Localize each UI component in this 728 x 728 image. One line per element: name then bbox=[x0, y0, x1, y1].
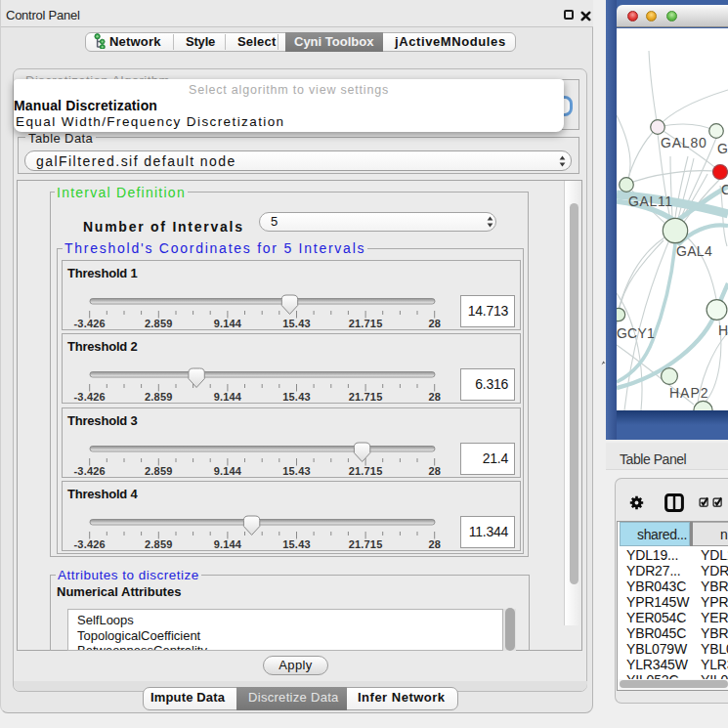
svg-text:GCY1: GCY1 bbox=[617, 325, 655, 341]
svg-text:21.715: 21.715 bbox=[349, 464, 383, 476]
svg-text:C: C bbox=[721, 182, 728, 197]
svg-text:-3.426: -3.426 bbox=[74, 391, 106, 403]
svg-text:GAL80: GAL80 bbox=[661, 135, 707, 150]
svg-text:15.43: 15.43 bbox=[282, 464, 311, 476]
svg-text:28: 28 bbox=[428, 391, 441, 403]
svg-text:21.715: 21.715 bbox=[349, 391, 383, 403]
svg-text:9.144: 9.144 bbox=[214, 464, 242, 476]
svg-text:9.144: 9.144 bbox=[214, 317, 242, 328]
svg-text:-3.426: -3.426 bbox=[74, 317, 106, 328]
svg-text:2.859: 2.859 bbox=[145, 391, 173, 403]
svg-text:15.43: 15.43 bbox=[282, 538, 311, 550]
svg-text:2.859: 2.859 bbox=[145, 317, 173, 328]
svg-text:28: 28 bbox=[428, 464, 441, 476]
svg-text:2.859: 2.859 bbox=[145, 538, 173, 550]
svg-text:-3.426: -3.426 bbox=[74, 538, 106, 550]
svg-text:21.715: 21.715 bbox=[349, 317, 383, 328]
svg-text:15.43: 15.43 bbox=[282, 317, 311, 328]
svg-text:GAL4: GAL4 bbox=[676, 243, 712, 259]
svg-text:-3.426: -3.426 bbox=[74, 464, 106, 476]
svg-text:GAL11: GAL11 bbox=[628, 193, 673, 209]
svg-text:H: H bbox=[718, 322, 728, 338]
svg-text:HAP2: HAP2 bbox=[669, 385, 709, 401]
svg-text:9.144: 9.144 bbox=[214, 538, 242, 550]
svg-text:9.144: 9.144 bbox=[214, 391, 242, 403]
svg-text:28: 28 bbox=[428, 317, 441, 328]
svg-text:GA: GA bbox=[717, 141, 728, 156]
svg-text:2.859: 2.859 bbox=[145, 464, 173, 476]
svg-text:15.43: 15.43 bbox=[282, 391, 311, 403]
svg-text:28: 28 bbox=[428, 538, 441, 550]
svg-text:21.715: 21.715 bbox=[349, 538, 383, 550]
